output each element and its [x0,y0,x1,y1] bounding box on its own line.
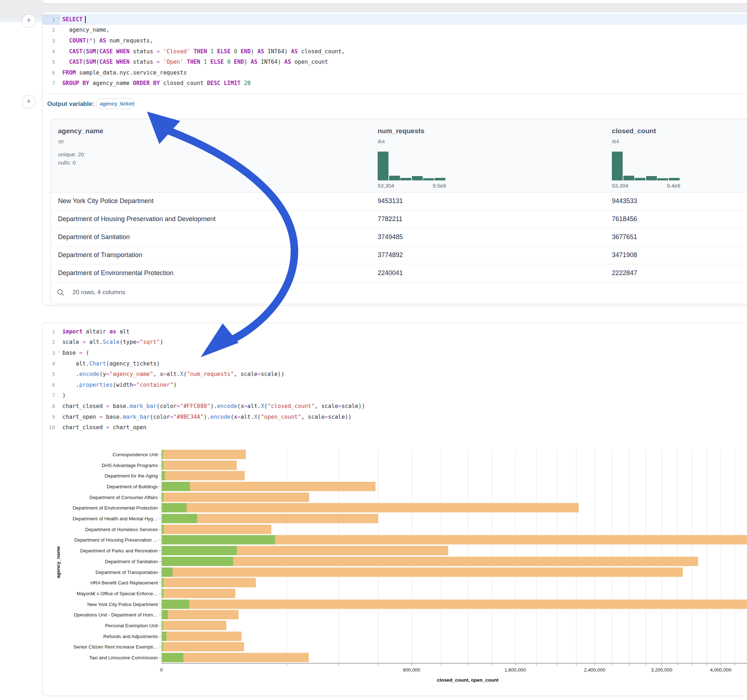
bar-open-count [162,525,163,534]
x-tick [612,664,612,666]
code-line[interactable]: 4 CAST(SUM(CASE WHEN status = 'Closed' T… [42,46,747,57]
y-axis-label: DHS Advantage Programs [101,462,158,468]
table-cell: 3774892 [378,246,403,264]
histogram-bar [657,178,668,180]
line-number: 2 [42,25,60,36]
column-type: str [58,138,64,144]
line-number: 3 [42,35,60,46]
output-variable-input[interactable]: agency_tickets [96,98,135,109]
histogram-bar [669,178,680,180]
table-cell: 2222847 [612,264,637,282]
table-cell: 2240041 [378,264,403,282]
code-line[interactable]: 5 CAST(SUM(CASE WHEN status = 'Open' THE… [42,57,747,67]
y-axis-label: Senior Citizen Rent Increase Exempti… [74,644,158,650]
x-tick [721,664,721,666]
y-tick [159,508,162,508]
y-tick [159,454,162,455]
x-tick [629,664,629,666]
bar-open-count [162,621,163,630]
histogram-bar [646,176,657,180]
y-tick [159,476,162,476]
y-axis-label: Department of Parks and Recreation [80,548,158,554]
y-axis-label: Operations Unit - Department of Hom… [74,612,158,617]
bar-closed-count [162,557,698,566]
histogram-bar [389,176,400,180]
sql-editor[interactable]: 1⌄SELECT2 agency_name,3 COUNT(*) AS num_… [42,14,747,89]
table-row[interactable]: Department of Environmental Protection22… [51,264,747,282]
column-type: i64 [378,138,385,144]
gridline [286,449,287,663]
code-line[interactable]: 2 agency_name, [42,25,747,36]
gridline [557,449,557,663]
table-cell: 9443533 [612,192,637,210]
line-number: 4 [42,46,60,57]
gridline [441,449,442,663]
gridline [707,449,707,663]
bar-closed-count [162,525,271,534]
bar-open-count [162,599,189,609]
y-tick [159,465,162,466]
y-axis-label: HRA Benefit Card Replacement [91,580,158,585]
x-tick [492,664,493,666]
code-line[interactable]: 7GROUP BY agency_name ORDER BY closed_co… [42,78,747,89]
search-icon[interactable] [57,288,65,296]
column-header-num-requests[interactable]: num_requests [378,127,425,135]
x-tick [338,664,339,666]
y-tick [159,615,162,615]
y-axis-line [162,449,162,663]
histogram-bar [412,176,423,180]
code-text[interactable]: CAST(SUM(CASE WHEN status = 'Closed' THE… [60,48,345,55]
histogram-bar [635,178,646,180]
line-number: 5 [42,57,60,67]
table-cell: Department of Environmental Protection [58,264,173,282]
y-axis-label: Department of Health and Mental Hyg… [73,516,158,521]
x-tick [576,664,576,666]
bar-closed-count [162,493,309,502]
code-text[interactable]: SELECT [60,16,86,23]
y-tick [159,486,162,487]
code-text[interactable]: agency_name, [60,27,110,33]
code-line[interactable]: 3 COUNT(*) AS num_requests, [42,35,747,46]
bar-closed-count [162,503,579,512]
y-axis-label: Department for the Aging [104,473,158,478]
add-cell-button-top[interactable]: + [22,14,36,28]
table-row[interactable]: Department of Housing Preservation and D… [51,210,747,228]
code-line[interactable]: 1⌄SELECT [42,14,747,25]
y-tick [159,519,162,519]
add-cell-button-output[interactable]: + [22,95,36,109]
table-cell: 3471908 [612,246,637,264]
table-row[interactable]: Department of Sanitation37494853677651 [51,228,747,246]
y-tick [159,593,162,594]
bar-closed-count [162,599,747,609]
gridline [338,449,339,663]
cell-divider [42,94,747,94]
code-line[interactable]: 6FROM sample_data.nyc.service_requests [42,67,747,78]
altair-chart: 0800,0001,600,0002,400,0003,200,0004,000… [42,323,747,695]
y-tick [159,604,162,605]
code-text[interactable]: FROM sample_data.nyc.service_requests [60,69,187,76]
histogram-bar [612,152,623,180]
y-axis-label: Refunds and Adjustments [103,634,158,639]
output-variable-label: Output variable: [47,101,94,108]
table-cell: 7782211 [378,210,402,228]
code-text[interactable]: CAST(SUM(CASE WHEN status = 'Open' THEN … [60,59,328,65]
table-row[interactable]: Department of Transportation377489234719… [51,246,747,264]
code-text[interactable]: GROUP BY agency_name ORDER BY closed_cou… [60,80,251,86]
column-header-closed-count[interactable]: closed_count [612,127,656,135]
gridline [515,449,516,663]
y-tick [159,561,162,562]
x-axis-title: closed_count, open_count [162,677,747,683]
fold-chevron-icon[interactable]: ⌄ [57,14,60,20]
bar-open-count [162,535,275,545]
table-cell: Department of Transportation [58,246,142,264]
table-row[interactable]: New York City Police Department945313194… [51,192,747,210]
x-tick-label: 3,200,000 [651,667,672,673]
y-axis-label: Department of Homeless Services [85,527,158,532]
x-axis-line [162,663,747,664]
code-text[interactable]: COUNT(*) AS num_requests, [60,38,153,44]
y-axis-label: Correspondence Unit [112,451,158,457]
x-tick-label: 800,000 [403,667,420,673]
table-body: New York City Police Department945313194… [51,192,747,282]
histogram-bar [435,178,445,180]
column-header-agency-name[interactable]: agency_name [58,127,103,135]
